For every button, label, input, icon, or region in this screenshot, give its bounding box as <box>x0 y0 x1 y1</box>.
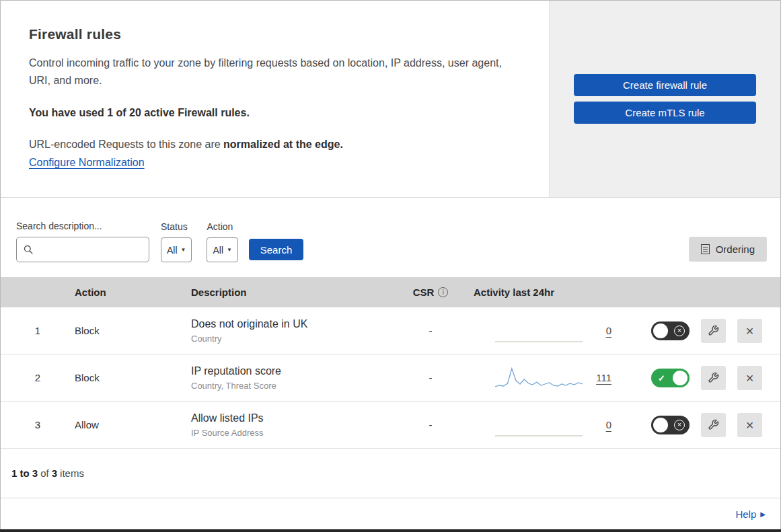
close-icon: × <box>746 371 754 385</box>
activity-cell: 111 <box>471 365 629 391</box>
rule-action: Allow <box>75 419 191 430</box>
items-label: items <box>60 467 84 479</box>
rule-criteria: IP Source Address <box>191 428 390 438</box>
rule-enabled-toggle[interactable]: ✓ × <box>651 416 690 434</box>
close-icon: × <box>746 418 754 432</box>
table-row: 3 Allow Allow listed IPs IP Source Addre… <box>1 402 780 449</box>
status-dropdown-value: All <box>167 245 178 256</box>
help-arrow-icon: ▶ <box>760 510 766 518</box>
activity-count-link[interactable]: 0 <box>606 419 611 430</box>
rule-description-cell: IP reputation score Country, Threat Scor… <box>191 365 390 391</box>
ordering-button[interactable]: Ordering <box>689 237 767 262</box>
help-link[interactable]: Help ▶ <box>735 508 766 520</box>
header-text-block: Firewall rules Control incoming traffic … <box>1 1 549 197</box>
toggle-knob <box>653 418 668 432</box>
rule-description-cell: Allow listed IPs IP Source Address <box>191 412 390 438</box>
rule-action: Block <box>75 325 191 336</box>
column-header-action: Action <box>75 287 191 298</box>
csr-header-label: CSR <box>413 287 435 298</box>
action-dropdown-value: All <box>213 245 223 256</box>
wrench-icon <box>708 372 719 383</box>
filter-bar: Search description... Status All▼ Action… <box>1 198 780 277</box>
search-input[interactable] <box>38 244 142 255</box>
rule-enabled-toggle[interactable]: ✓ × <box>651 369 690 387</box>
column-header-activity: Activity last 24hr <box>471 287 629 298</box>
items-of-label: of <box>40 467 49 479</box>
search-description-label: Search description... <box>16 221 149 231</box>
table-row: 1 Block Does not originate in UK Country… <box>1 307 780 354</box>
info-icon[interactable]: i <box>438 287 448 297</box>
header-section: Firewall rules Control incoming traffic … <box>1 1 780 198</box>
x-icon: × <box>674 420 685 430</box>
edit-rule-button[interactable] <box>701 413 726 437</box>
search-filter-group: Search description... <box>16 221 149 262</box>
check-icon: ✓ <box>658 373 665 383</box>
header-actions-panel: Create firewall rule Create mTLS rule <box>549 1 780 197</box>
toggle-knob <box>673 371 687 385</box>
items-total: 3 <box>52 467 57 479</box>
status-label: Status <box>161 221 192 232</box>
rule-description-cell: Does not originate in UK Country <box>191 318 390 344</box>
action-label: Action <box>207 221 237 232</box>
table-header: Action Description CSR i Activity last 2… <box>1 277 780 307</box>
window-bottom-edge <box>0 529 781 532</box>
firewall-rules-page: Firewall rules Control incoming traffic … <box>0 0 781 529</box>
items-count: 1 to 3 of 3 items <box>1 449 780 498</box>
rule-action: Block <box>75 372 191 383</box>
activity-cell: 0 <box>471 412 629 438</box>
edit-rule-button[interactable] <box>701 366 726 390</box>
rule-description: Allow listed IPs <box>191 412 390 424</box>
rule-controls: ✓ × × <box>629 366 780 390</box>
rule-controls: ✓ × × <box>629 413 780 437</box>
rule-enabled-toggle[interactable]: ✓ × <box>651 321 690 340</box>
items-range: 1 to 3 <box>11 467 38 479</box>
configure-normalization-link[interactable]: Configure Normalization <box>29 157 145 169</box>
usage-text: You have used 1 of 20 active Firewall ru… <box>29 107 522 119</box>
row-number: 3 <box>1 419 75 430</box>
activity-count-link[interactable]: 0 <box>606 325 611 336</box>
wrench-icon <box>708 419 719 430</box>
wrench-icon <box>708 325 719 336</box>
column-header-csr: CSR i <box>390 287 471 298</box>
create-mtls-rule-button[interactable]: Create mTLS rule <box>574 102 756 124</box>
row-number: 2 <box>1 372 75 383</box>
csr-value: - <box>390 372 471 383</box>
action-filter-group: Action All▼ <box>207 221 237 262</box>
rule-description: IP reputation score <box>191 365 390 377</box>
status-dropdown[interactable]: All▼ <box>161 237 192 262</box>
normalization-prefix: URL-encoded Requests to this zone are <box>29 139 223 150</box>
toggle-knob <box>653 324 668 338</box>
delete-rule-button[interactable]: × <box>737 366 762 390</box>
normalization-bold: normalized at the edge. <box>223 139 343 150</box>
delete-rule-button[interactable]: × <box>737 413 762 437</box>
activity-cell: 0 <box>471 318 629 344</box>
search-icon <box>24 245 33 254</box>
edit-rule-button[interactable] <box>701 319 726 343</box>
chevron-down-icon: ▼ <box>181 247 186 253</box>
status-filter-group: Status All▼ <box>161 221 192 262</box>
normalization-text: URL-encoded Requests to this zone are no… <box>29 139 522 151</box>
chevron-down-icon: ▼ <box>227 247 232 253</box>
activity-sparkline <box>495 365 583 391</box>
ordering-button-label: Ordering <box>716 243 755 255</box>
rule-controls: ✓ × × <box>629 319 780 343</box>
ordering-list-icon <box>701 244 710 254</box>
activity-sparkline <box>495 318 583 344</box>
table-row: 2 Block IP reputation score Country, Thr… <box>1 354 780 402</box>
rule-description: Does not originate in UK <box>191 318 390 330</box>
create-firewall-rule-button[interactable]: Create firewall rule <box>574 74 756 96</box>
search-input-wrapper[interactable] <box>16 237 149 262</box>
activity-count-link[interactable]: 111 <box>596 372 611 383</box>
search-button[interactable]: Search <box>249 239 303 260</box>
close-icon: × <box>746 324 754 338</box>
x-icon: × <box>674 326 685 336</box>
delete-rule-button[interactable]: × <box>737 319 762 343</box>
activity-sparkline <box>495 412 583 438</box>
page-title: Firewall rules <box>29 26 522 42</box>
action-dropdown[interactable]: All▼ <box>207 237 237 262</box>
help-bar: Help ▶ <box>1 498 780 529</box>
help-link-label: Help <box>735 508 756 520</box>
rule-criteria: Country <box>191 334 390 344</box>
rule-criteria: Country, Threat Score <box>191 381 390 391</box>
page-description: Control incoming traffic to your zone by… <box>29 54 522 89</box>
